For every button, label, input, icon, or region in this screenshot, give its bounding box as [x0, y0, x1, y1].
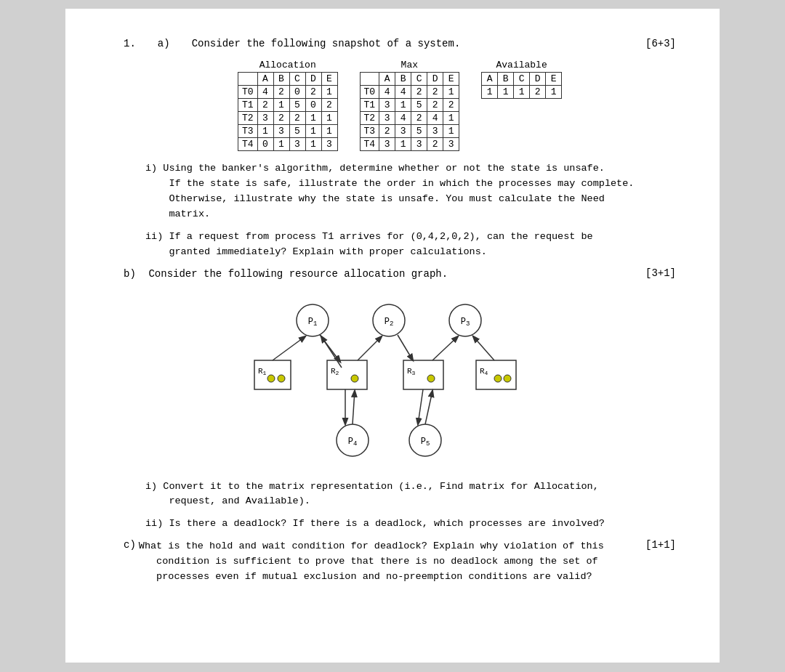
part-b-sub-i: i) Convert it to the matrix representati…: [145, 479, 676, 510]
svg-line-28: [473, 336, 494, 360]
svg-point-18: [494, 375, 502, 382]
sub-ii-block: ii) If a request from process T1 arrives…: [145, 230, 676, 260]
table-row: T044221: [360, 86, 459, 99]
part-c-line: c) What is the hold and wait condition f…: [124, 539, 676, 585]
avail-header-D: D: [530, 73, 546, 86]
table-row: T313511: [238, 125, 337, 138]
avail-header-C: C: [514, 73, 530, 86]
allocation-table: Allocation A B C D E T042021 T121502 T23…: [238, 60, 338, 151]
part-c-marks: [1+1]: [645, 539, 676, 551]
table-row: T121502: [238, 99, 337, 112]
alloc-header-C: C: [289, 73, 305, 86]
available-caption: Available: [481, 60, 562, 70]
table-row: T431323: [360, 138, 459, 151]
alloc-header-0: [238, 73, 257, 86]
alloc-header-E: E: [321, 73, 337, 86]
max-header-0: [360, 73, 379, 86]
avail-header-B: B: [498, 73, 514, 86]
allocation-caption: Allocation: [238, 60, 338, 70]
part-a-label: a): [158, 38, 170, 49]
max-header-C: C: [411, 73, 427, 86]
avail-header-A: A: [482, 73, 498, 86]
sub-ii-label: ii) If a request from process T1 arrives…: [145, 231, 593, 257]
svg-line-32: [425, 391, 432, 424]
table-row: T323531: [360, 125, 459, 138]
max-header-D: D: [427, 73, 443, 86]
svg-point-9: [278, 375, 285, 382]
table-row: T131522: [360, 99, 459, 112]
part-b-marks: [3+1]: [645, 267, 676, 279]
max-header-E: E: [443, 73, 459, 86]
part-b-line: b) Consider the following resource alloc…: [124, 267, 676, 280]
svg-line-26: [358, 336, 382, 360]
rag-svg: P1 P2 P3 R1 R2 R3: [247, 295, 552, 469]
question-line: 1. a) Consider the following snapshot of…: [124, 38, 676, 49]
table-row: T232211: [238, 112, 337, 125]
part-b-sub-ii-label: ii) Is there a deadlock? If there is a d…: [145, 518, 605, 529]
part-b-intro: Consider the following resource allocati…: [148, 268, 448, 280]
sub-i-label: i) Using the banker's algorithm, determi…: [145, 163, 634, 219]
allocation-table-container: Allocation A B C D E T042021 T121502 T23…: [238, 60, 338, 151]
table-row: T401313: [238, 138, 337, 151]
part-b-sub-i-label: i) Convert it to the matrix representati…: [145, 481, 599, 507]
svg-point-8: [267, 375, 275, 382]
alloc-header-A: A: [257, 73, 273, 86]
svg-line-30: [398, 335, 413, 360]
available-table-container: Available A B C D E 11121: [481, 60, 562, 151]
exam-page: 1. a) Consider the following snapshot of…: [65, 9, 720, 663]
part-b-sub-ii: ii) Is there a deadlock? If there is a d…: [145, 517, 676, 532]
svg-point-12: [351, 375, 358, 382]
max-caption: Max: [360, 60, 460, 70]
max-table-container: Max A B C D E T044221 T131522 T234241: [360, 60, 460, 151]
max-table: Max A B C D E T044221 T131522 T234241: [360, 60, 460, 151]
svg-line-29: [320, 335, 340, 362]
avail-header-E: E: [546, 73, 562, 86]
part-b-label: b): [124, 268, 136, 280]
part-c-label: c): [124, 539, 136, 551]
sub-i-block: i) Using the banker's algorithm, determi…: [145, 161, 676, 222]
table-row: T234241: [360, 112, 459, 125]
available-table: Available A B C D E 11121: [481, 60, 562, 99]
svg-line-31: [353, 391, 355, 424]
alloc-header-B: B: [273, 73, 289, 86]
svg-point-15: [427, 375, 435, 382]
rag-diagram: P1 P2 P3 R1 R2 R3: [124, 295, 676, 469]
table-row: 11121: [482, 86, 562, 99]
tables-container: Allocation A B C D E T042021 T121502 T23…: [124, 60, 676, 151]
alloc-header-D: D: [305, 73, 321, 86]
part-a-marks: [6+3]: [645, 38, 676, 49]
svg-line-34: [418, 389, 423, 424]
question-number: 1.: [124, 38, 136, 49]
svg-point-19: [504, 375, 511, 382]
max-header-A: A: [379, 73, 395, 86]
max-header-B: B: [395, 73, 411, 86]
part-a-intro: Consider the following snapshot of a sys…: [192, 38, 461, 49]
svg-line-27: [432, 336, 458, 360]
part-c-text: What is the hold and wait condition for …: [139, 539, 604, 585]
table-row: T042021: [238, 86, 337, 99]
svg-line-24: [273, 336, 305, 360]
